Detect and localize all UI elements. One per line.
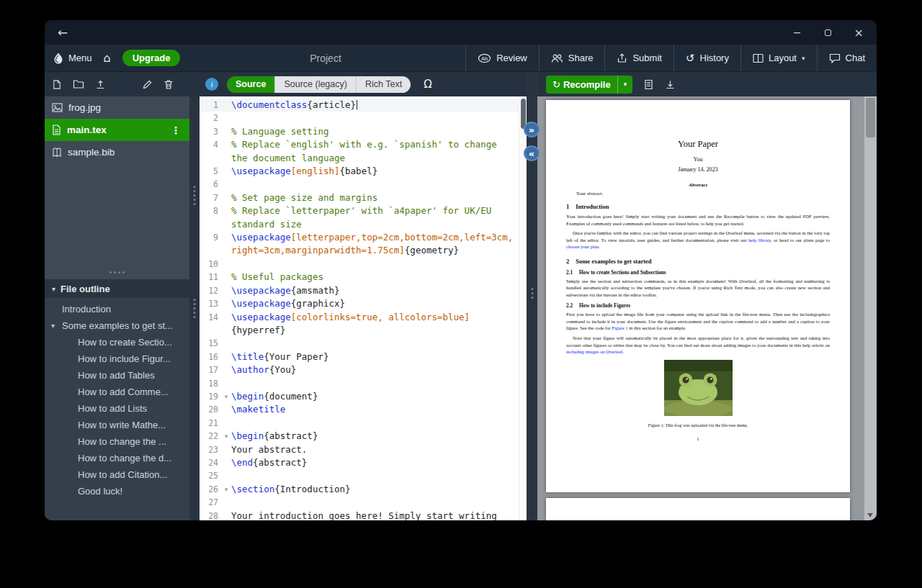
submit-icon — [617, 53, 627, 63]
outline-resizer-handle[interactable] — [45, 271, 189, 273]
code-line[interactable]: 24\end{abstract} — [200, 456, 527, 469]
upgrade-button[interactable]: Upgrade — [122, 50, 181, 66]
code-line[interactable]: 20\maketitle — [200, 403, 527, 416]
recompile-button[interactable]: ↻ Recompile ▾ — [546, 76, 632, 94]
outline-item[interactable]: How to include Figur... — [45, 350, 189, 367]
pdf-link[interactable]: choose your plan — [566, 244, 599, 249]
outline-item[interactable]: How to add Tables — [45, 367, 189, 384]
outline-item[interactable]: How to add Comme... — [45, 384, 189, 400]
pdf-link[interactable]: including images on Overleaf — [566, 349, 622, 354]
code-line[interactable]: 13\usepackage{graphicx} — [200, 297, 527, 310]
code-line[interactable]: 2 — [200, 112, 527, 125]
code-line[interactable]: 7% Set page size and margins — [200, 191, 527, 204]
code-line[interactable]: 28Your introduction goes here! Simply st… — [200, 510, 527, 520]
code-line[interactable]: 4% Replace `english' with e.g. `spanish'… — [200, 138, 527, 165]
delete-button[interactable] — [164, 79, 174, 90]
close-button[interactable]: × — [854, 26, 864, 40]
menu-button[interactable]: Menu — [53, 53, 92, 64]
jump-to-code-button[interactable]: « — [524, 145, 540, 161]
code-line[interactable]: 9\usepackage[letterpaper,top=2cm,bottom=… — [200, 231, 527, 258]
code-line[interactable]: 19▾\begin{document} — [200, 390, 527, 403]
review-button[interactable]: Ab Review — [465, 45, 539, 71]
file-tree-resizer[interactable] — [189, 96, 200, 520]
file-item[interactable]: sample.bib — [45, 141, 189, 163]
line-number: 27 — [200, 496, 221, 509]
maximize-button[interactable] — [825, 27, 831, 38]
fold-icon[interactable]: ▾ — [221, 390, 231, 403]
code-line[interactable]: 25 — [200, 469, 527, 482]
editor-scrollbar[interactable] — [519, 96, 527, 520]
outline-item[interactable]: How to write Mathe... — [45, 417, 189, 433]
minimize-button[interactable]: − — [793, 27, 802, 38]
back-button[interactable]: ← — [58, 25, 68, 40]
info-icon[interactable]: i — [205, 78, 218, 91]
review-label: Review — [496, 53, 527, 63]
code-editor[interactable]: 1\documentclass{article}2 3% Language se… — [200, 96, 527, 520]
outline-item[interactable]: ▾Some examples to get st... — [45, 317, 189, 334]
pdf-scrollbar[interactable] — [864, 96, 877, 520]
code-line[interactable]: 1\documentclass{article} — [200, 99, 527, 112]
file-outline-header[interactable]: ▾ File outline — [45, 279, 189, 298]
symbol-palette-button[interactable]: Ω — [424, 78, 431, 91]
code-line[interactable]: 27 — [200, 496, 527, 509]
code-line[interactable]: 3% Language setting — [200, 125, 527, 138]
chat-button[interactable]: Chat — [817, 45, 877, 71]
code-line[interactable]: 26▾\section{Introduction} — [200, 483, 527, 496]
code-line[interactable]: 12\usepackage{amsmath} — [200, 284, 527, 297]
pdf-link[interactable]: Figure 1 — [612, 325, 627, 330]
submit-button[interactable]: Submit — [604, 45, 673, 71]
code-line[interactable]: 15 — [200, 337, 527, 350]
line-number: 16 — [200, 350, 221, 363]
code-line[interactable]: 14\usepackage[colorlinks=true, allcolors… — [200, 311, 527, 338]
mode-source[interactable]: Source — [227, 76, 275, 93]
outline-item[interactable]: How to change the ... — [45, 433, 189, 450]
layout-button[interactable]: Layout ▾ — [740, 45, 817, 71]
code-line[interactable]: 8% Replace `letterpaper' with `a4paper' … — [200, 204, 527, 231]
outline-item[interactable]: How to add Citation... — [45, 466, 189, 483]
code-line[interactable]: 22▾\begin{abstract} — [200, 430, 527, 443]
new-folder-button[interactable] — [73, 79, 84, 89]
outline-item[interactable]: How to change the d... — [45, 450, 189, 466]
history-button[interactable]: ↺ History — [673, 45, 740, 71]
jump-to-pdf-button[interactable]: » — [524, 122, 540, 137]
file-item[interactable]: frog.jpg — [45, 96, 189, 119]
code-line[interactable]: 18 — [200, 377, 527, 390]
view-logs-button[interactable] — [644, 79, 653, 90]
fold-gutter — [221, 271, 231, 284]
file-list: frog.jpgmain.tex⋮sample.bib — [45, 96, 189, 279]
share-button[interactable]: Share — [539, 45, 605, 71]
outline-item[interactable]: Introduction — [45, 301, 189, 317]
file-tree-content: frog.jpgmain.tex⋮sample.bib ▾ File outli… — [45, 96, 189, 520]
fold-icon[interactable]: ▾ — [221, 483, 231, 496]
rename-button[interactable] — [142, 79, 153, 90]
outline-item[interactable]: Good luck! — [45, 483, 189, 499]
scroll-down-arrow[interactable] — [867, 513, 873, 517]
code-line[interactable]: 16\title{Your Paper} — [200, 350, 527, 363]
outline-item[interactable]: How to add Lists — [45, 400, 189, 417]
file-item[interactable]: main.tex⋮ — [45, 119, 189, 141]
pdf-link[interactable]: help library — [748, 238, 771, 243]
code-line[interactable]: 10 — [200, 258, 527, 271]
home-button[interactable]: ⌂ — [104, 53, 111, 64]
pdf-viewer[interactable]: Your Paper You January 14, 2023 Abstract… — [537, 96, 877, 520]
pdf-doc-author: You — [566, 156, 830, 163]
pdf-scrollbar-thumb[interactable] — [866, 98, 875, 137]
editor-pdf-splitter[interactable]: » « — [527, 72, 537, 520]
line-number: 15 — [200, 337, 221, 350]
code-line[interactable]: 6 — [200, 178, 527, 191]
download-pdf-button[interactable] — [665, 79, 676, 90]
code-line[interactable]: 5\usepackage[english]{babel} — [200, 165, 527, 178]
upload-button[interactable] — [95, 79, 106, 90]
new-file-button[interactable] — [52, 79, 62, 90]
recompile-dropdown[interactable]: ▾ — [618, 81, 633, 88]
file-menu-icon[interactable]: ⋮ — [168, 125, 184, 136]
outline-item[interactable]: How to create Sectio... — [45, 334, 189, 350]
code-line[interactable]: 11% Useful packages — [200, 271, 527, 284]
mode-rich-text[interactable]: Rich Text — [357, 76, 411, 93]
fold-icon[interactable]: ▾ — [221, 430, 231, 443]
code-line[interactable]: 17\author{You} — [200, 363, 527, 376]
mode-source-legacy-[interactable]: Source (legacy) — [275, 76, 357, 93]
pdf-panel: ↻ Recompile ▾ Your Paper You January 14,… — [537, 72, 877, 520]
code-line[interactable]: 23Your abstract. — [200, 443, 527, 456]
code-line[interactable]: 21 — [200, 417, 527, 430]
